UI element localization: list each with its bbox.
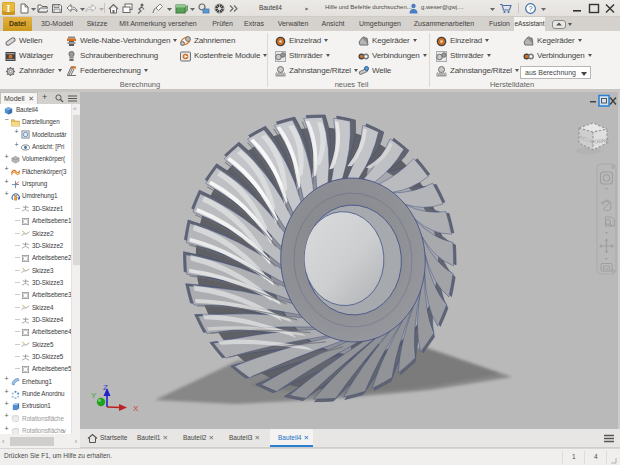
svg-text:I: I — [7, 3, 11, 14]
svg-text:Y: Y — [91, 391, 97, 400]
svg-text:?: ? — [528, 4, 532, 13]
svg-text:X: X — [133, 404, 139, 413]
